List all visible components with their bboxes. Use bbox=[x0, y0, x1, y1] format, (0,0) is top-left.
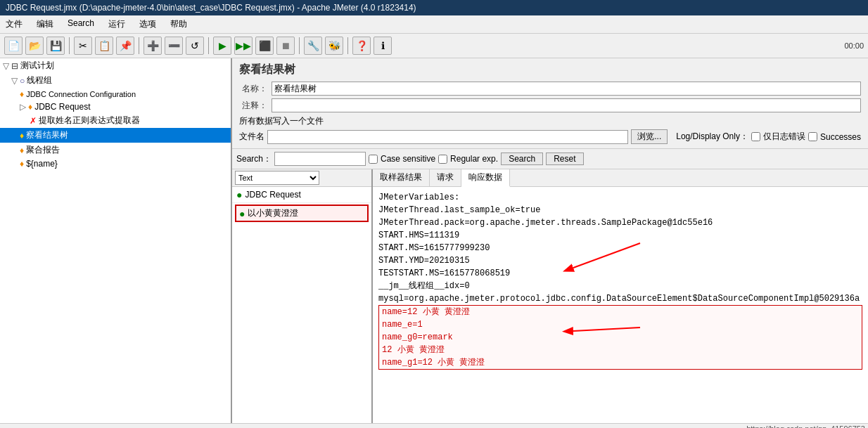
toolbar-remote-start[interactable]: 🔧 bbox=[304, 37, 322, 55]
toolbar-sep-2 bbox=[139, 37, 139, 54]
menu-run[interactable]: 运行 bbox=[106, 17, 128, 32]
toolbar-info[interactable]: ℹ bbox=[374, 37, 392, 55]
comment-label: 注释： bbox=[239, 100, 267, 112]
tree-label-extractor: 提取姓名正则表达式提取器 bbox=[39, 115, 140, 127]
detail-panel: 取样器结果 请求 响应数据 JMeterVariables:JMeterThre… bbox=[373, 169, 868, 423]
menu-bar: 文件 编辑 Search 运行 选项 帮助 bbox=[0, 15, 868, 34]
tab-response-data[interactable]: 响应数据 bbox=[461, 169, 510, 187]
toolbar-help[interactable]: ❓ bbox=[352, 37, 371, 55]
toolbar-start[interactable]: ▶ bbox=[213, 37, 231, 55]
tree-item-jdbc-conn[interactable]: ♦ JDBC Connection Configuration bbox=[0, 88, 231, 100]
menu-file[interactable]: 文件 bbox=[3, 17, 25, 32]
detail-line-9: name=12 小黄 黄澄澄 bbox=[378, 305, 862, 318]
status-text: https://blog.csdn.net/qq_41596753 bbox=[746, 424, 865, 428]
tree-icon-varname: ♦ bbox=[20, 159, 24, 169]
cb-success[interactable] bbox=[808, 132, 817, 141]
detail-content: JMeterVariables:JMeterThread.last_sample… bbox=[373, 187, 868, 423]
tree-label-agg-report: 聚合报告 bbox=[26, 144, 60, 156]
toolbar: 📄 📂 💾 ✂ 📋 📌 ➕ ➖ ↺ ▶ ▶▶ ⬛ ⏹ 🔧 🐝 ❓ ℹ 00:00 bbox=[0, 34, 868, 58]
list-item-jdbc-req[interactable]: ● JDBC Request bbox=[232, 187, 371, 203]
cb-success-label: Successes bbox=[820, 132, 861, 142]
toolbar-cut[interactable]: ✂ bbox=[74, 37, 92, 55]
file-label: 文件名 bbox=[239, 131, 264, 143]
log-display-label: Log/Display Only： bbox=[676, 131, 748, 143]
toolbar-start-no-pause[interactable]: ▶▶ bbox=[234, 37, 253, 55]
tree-icon-test-plan: ⊟ bbox=[11, 61, 18, 71]
detail-wrapper: JMeterVariables:JMeterThread.last_sample… bbox=[373, 187, 868, 423]
detail-line-12: 12 小黄 黄澄澄 bbox=[378, 344, 862, 356]
toolbar-copy[interactable]: 📋 bbox=[95, 37, 113, 55]
tree-item-test-plan[interactable]: ▽ ⊟ 测试计划 bbox=[0, 58, 231, 73]
list-item-label-jdbc: JDBC Request bbox=[245, 190, 300, 200]
toolbar-collapse[interactable]: ➖ bbox=[165, 37, 183, 55]
comment-row: 注释： bbox=[239, 98, 861, 112]
file-section-label: 所有数据写入一个文件 bbox=[239, 115, 861, 127]
toggle-icon-jdbc-req: ▷ bbox=[20, 102, 26, 112]
list-items: ● JDBC Request ● 以小黄黄澄澄 bbox=[232, 187, 371, 423]
toolbar-sep-5 bbox=[347, 37, 348, 54]
comment-input[interactable] bbox=[272, 98, 861, 112]
file-path-input[interactable] bbox=[267, 130, 628, 144]
title-bar: JDBC Request.jmx (D:\apache-jmeter-4.0\b… bbox=[0, 0, 868, 15]
detail-line-5: START.YMD=20210315 bbox=[378, 254, 862, 267]
detail-line-6: TESTSTART.MS=1615778068519 bbox=[378, 267, 862, 280]
tree-icon-thread-group: ○ bbox=[20, 76, 25, 86]
name-row: 名称： bbox=[239, 82, 861, 96]
status-icon-sub: ● bbox=[239, 208, 245, 219]
tab-request[interactable]: 请求 bbox=[430, 169, 461, 186]
detail-line-4: START.MS=1615777999230 bbox=[378, 242, 862, 254]
toolbar-stop[interactable]: ⬛ bbox=[255, 37, 274, 55]
toolbar-sep-1 bbox=[69, 37, 70, 54]
cb-errors-label: 仅日志错误 bbox=[763, 131, 805, 143]
case-sensitive-checkbox[interactable] bbox=[369, 155, 378, 164]
left-panel: ▽ ⊟ 测试计划 ▽ ○ 线程组 ♦ JDBC Connection Confi… bbox=[0, 58, 232, 423]
tree-item-jdbc-req[interactable]: ▷ ♦ JDBC Request bbox=[0, 100, 231, 113]
menu-options[interactable]: 选项 bbox=[136, 17, 159, 32]
toolbar-sep-3 bbox=[208, 37, 209, 54]
detail-line-10: name_e=1 bbox=[378, 318, 862, 331]
toggle-icon-thread-group: ▽ bbox=[11, 76, 18, 86]
list-header: Text HTML JSON XML bbox=[232, 169, 371, 187]
menu-search[interactable]: Search bbox=[65, 17, 97, 32]
detail-line-11: name_g0=remark bbox=[378, 331, 862, 344]
toolbar-new[interactable]: 📄 bbox=[4, 37, 23, 55]
toolbar-open[interactable]: 📂 bbox=[25, 37, 44, 55]
search-button[interactable]: Search bbox=[501, 153, 543, 165]
browse-button[interactable]: 浏览... bbox=[631, 129, 668, 144]
toolbar-save[interactable]: 💾 bbox=[46, 37, 65, 55]
detail-line-0: JMeterVariables: bbox=[378, 191, 862, 204]
menu-help[interactable]: 帮助 bbox=[167, 17, 190, 32]
name-input[interactable] bbox=[272, 82, 861, 96]
toggle-icon-test-plan: ▽ bbox=[3, 61, 9, 71]
status-bar: https://blog.csdn.net/qq_41596753 bbox=[0, 423, 868, 428]
tree-icon-jdbc-conn: ♦ bbox=[20, 89, 24, 99]
toolbar-paste[interactable]: 📌 bbox=[116, 37, 134, 55]
tree-item-extractor[interactable]: ✗ 提取姓名正则表达式提取器 bbox=[0, 113, 231, 128]
list-type-dropdown[interactable]: Text HTML JSON XML bbox=[235, 171, 319, 185]
panel-header: 察看结果树 名称： 注释： 所有数据写入一个文件 文件名 浏览... Log/D… bbox=[232, 58, 868, 149]
list-item-sub[interactable]: ● 以小黄黄澄澄 bbox=[235, 205, 369, 222]
tree-label-result-tree: 察看结果树 bbox=[26, 129, 68, 141]
detail-line-3: START.HMS=111319 bbox=[378, 229, 862, 242]
right-panel: 察看结果树 名称： 注释： 所有数据写入一个文件 文件名 浏览... Log/D… bbox=[232, 58, 868, 423]
tree-item-thread-group[interactable]: ▽ ○ 线程组 bbox=[0, 73, 231, 88]
menu-edit[interactable]: 编辑 bbox=[34, 17, 56, 32]
reset-button[interactable]: Reset bbox=[546, 153, 583, 165]
toolbar-remote-stop[interactable]: 🐝 bbox=[325, 37, 343, 55]
toolbar-stop-now[interactable]: ⏹ bbox=[276, 37, 295, 55]
tree-item-varname[interactable]: ♦ ${name} bbox=[0, 157, 231, 170]
tree-icon-result-tree: ♦ bbox=[20, 131, 24, 141]
toolbar-reset[interactable]: ↺ bbox=[186, 37, 204, 55]
tab-sampler-result[interactable]: 取样器结果 bbox=[373, 169, 430, 186]
regular-exp-checkbox[interactable] bbox=[438, 155, 447, 164]
cb-errors[interactable] bbox=[751, 132, 760, 141]
tree-item-agg-report[interactable]: ♦ 聚合报告 bbox=[0, 143, 231, 157]
search-input[interactable] bbox=[274, 152, 366, 166]
main-layout: ▽ ⊟ 测试计划 ▽ ○ 线程组 ♦ JDBC Connection Confi… bbox=[0, 58, 868, 423]
detail-line-8: mysql=org.apache.jmeter.protocol.jdbc.co… bbox=[378, 292, 862, 305]
name-label: 名称： bbox=[239, 83, 267, 95]
tree-icon-jdbc-req: ♦ bbox=[28, 102, 32, 112]
toolbar-expand[interactable]: ➕ bbox=[143, 37, 162, 55]
tree-item-result-tree[interactable]: ♦ 察看结果树 bbox=[0, 128, 231, 143]
list-item-label-sub: 以小黄黄澄澄 bbox=[248, 207, 298, 219]
